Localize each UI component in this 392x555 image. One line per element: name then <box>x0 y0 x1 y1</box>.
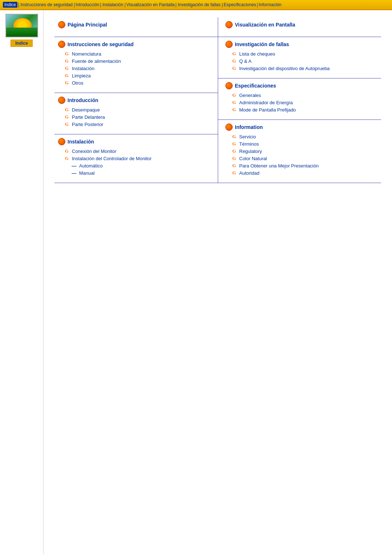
g-icon-conexion: G <box>64 148 70 154</box>
link-fuente[interactable]: Fuente de alimentación <box>72 58 121 64</box>
link-administrador-energia[interactable]: Administrador de Energía <box>239 100 293 105</box>
g-icon-autoprueba: G <box>231 65 237 71</box>
icon-information <box>225 123 233 131</box>
toc-section-introduccion: Introducción G Desempaque G Parte Delant… <box>54 93 218 134</box>
item-fuente: G Fuente de alimentación <box>64 58 211 64</box>
item-terminos: G Términos <box>231 141 377 147</box>
link-terminos[interactable]: Términos <box>239 141 259 147</box>
sidebar-label[interactable]: Indice <box>11 40 33 47</box>
link-nomenclatura[interactable]: Nomenclatura <box>72 51 101 57</box>
nav-item-investigacion[interactable]: | Investigación de fallas | <box>175 2 223 7</box>
g-icon-lista-chequeo: G <box>231 51 237 57</box>
g-icon-instalacion-seg: G <box>64 65 70 71</box>
main-content: Página Principal Instrucciones de seguri… <box>44 10 392 554</box>
link-information[interactable]: Information <box>235 124 263 130</box>
icon-instalacion <box>58 138 65 145</box>
link-instalacion[interactable]: Instalación <box>68 139 94 145</box>
toc-section-especificaciones: Especificaciones G Generales G Administr… <box>218 78 381 120</box>
nav-item-indice[interactable]: Indice <box>3 2 17 8</box>
link-desempaque[interactable]: Desempaque <box>72 107 100 113</box>
icon-visualizacion <box>225 21 233 28</box>
link-especificaciones[interactable]: Especificaciones <box>235 83 276 89</box>
toc-section-instalacion: Instalación G Conexión del Monitor G Ins… <box>54 134 218 183</box>
item-autoprueba: G Investigación del dispositivo de Autop… <box>231 65 377 71</box>
item-lista-chequeo: G Lista de chequeo <box>231 51 377 57</box>
link-automatico[interactable]: Automático <box>79 163 103 169</box>
link-visualizacion[interactable]: Visualización en Pantalla <box>235 22 295 28</box>
icon-investigacion <box>225 41 233 48</box>
g-icon-generales: G <box>231 92 237 98</box>
g-icon-parte-posterior: G <box>64 121 70 127</box>
nav-item-instalacion[interactable]: | Instalación | <box>100 2 126 7</box>
nav-item-instrucciones[interactable]: | Instrucciones de seguridad | <box>18 2 75 7</box>
link-color-natural[interactable]: Color Natural <box>239 156 267 161</box>
sidebar-image <box>5 14 38 37</box>
link-pagina-principal[interactable]: Página Principal <box>68 22 107 28</box>
g-icon-desempaque: G <box>64 107 70 113</box>
link-mode-pantalla[interactable]: Mode de Pantalla Prefijado <box>239 107 296 113</box>
dash-icon-manual: — <box>71 170 77 176</box>
item-manual: — Manual <box>71 170 211 176</box>
item-color-natural: G Color Natural <box>231 155 377 161</box>
toc-section-visualizacion: Visualización en Pantalla <box>218 17 381 37</box>
g-icon-mode-pantalla: G <box>231 107 237 113</box>
item-desempaque: G Desempaque <box>64 107 211 113</box>
nav-item-visualizacion[interactable]: Visualización en Pantalla <box>126 2 175 7</box>
icon-introduccion <box>58 97 65 104</box>
g-icon-color-natural: G <box>231 155 237 161</box>
toc-section-pagina-principal: Página Principal <box>54 17 218 37</box>
g-icon-servicio: G <box>231 134 237 139</box>
section-title-visualizacion: Visualización en Pantalla <box>225 21 377 28</box>
toc-section-information: Information G Servicio G Términos G Regu… <box>218 120 381 183</box>
link-instalacion-seg[interactable]: Instalación <box>72 66 94 71</box>
icon-especificaciones <box>225 82 233 89</box>
link-qanda[interactable]: Q & A <box>239 58 252 64</box>
link-mejor-presentacion[interactable]: Para Obtener una Mejor Presentación <box>239 163 319 169</box>
dash-icon-automatico: — <box>71 163 77 169</box>
g-icon-otros: G <box>64 80 70 86</box>
section-title-pagina-principal: Página Principal <box>58 21 211 28</box>
link-autoridad[interactable]: Autoridad <box>239 170 260 176</box>
item-administrador-energia: G Administrador de Energía <box>231 100 377 105</box>
g-icon-autoridad: G <box>231 170 237 176</box>
item-regulatory: G Regulatory <box>231 148 377 154</box>
link-parte-delantera[interactable]: Parte Delantera <box>72 114 105 120</box>
toc-grid: Página Principal Instrucciones de seguri… <box>54 17 381 183</box>
nav-bar: Indice | Instrucciones de seguridad | In… <box>0 0 392 10</box>
icon-pagina-principal <box>58 21 65 28</box>
link-otros[interactable]: Otros <box>72 80 83 86</box>
item-limpieza: G Limpieza <box>64 73 211 78</box>
link-limpieza[interactable]: Limpieza <box>72 73 91 78</box>
item-autoridad: G Autoridad <box>231 170 377 176</box>
section-title-instrucciones: Instrucciones de seguridad <box>58 41 211 48</box>
link-generales[interactable]: Generales <box>239 93 261 98</box>
link-servicio[interactable]: Servicio <box>239 134 256 139</box>
link-manual[interactable]: Manual <box>79 170 95 176</box>
link-investigacion[interactable]: Investigación de fallas <box>235 41 289 47</box>
g-icon-nomenclatura: G <box>64 51 70 57</box>
nav-item-introduccion[interactable]: Introducción <box>75 2 99 7</box>
link-conexion[interactable]: Conexión del Monitor <box>72 149 117 154</box>
link-instalacion-controlador[interactable]: Instalación del Controlador de Monitor <box>72 156 152 161</box>
g-icon-instalacion-controlador: G <box>64 155 70 161</box>
link-autoprueba[interactable]: Investigación del dispositivo de Autopru… <box>239 66 330 71</box>
layout: Indice Página Principal Instrucciones de <box>0 10 392 554</box>
nav-item-informacion[interactable]: Información <box>259 2 282 7</box>
nav-item-especificaciones[interactable]: Especificaciones <box>224 2 256 7</box>
item-automatico: — Automático <box>71 163 211 169</box>
nav-separator: | <box>257 2 258 7</box>
icon-instrucciones <box>58 41 65 48</box>
link-parte-posterior[interactable]: Parte Posterior <box>72 122 103 127</box>
section-title-information: Information <box>225 123 377 131</box>
item-conexion: G Conexión del Monitor <box>64 148 211 154</box>
item-parte-posterior: G Parte Posterior <box>64 121 211 127</box>
toc-section-instrucciones: Instrucciones de seguridad G Nomenclatur… <box>54 37 218 93</box>
item-mejor-presentacion: G Para Obtener una Mejor Presentación <box>231 163 377 169</box>
link-lista-chequeo[interactable]: Lista de chequeo <box>239 51 275 57</box>
g-icon-fuente: G <box>64 58 70 64</box>
item-otros: G Otros <box>64 80 211 86</box>
g-icon-limpieza: G <box>64 73 70 78</box>
link-regulatory[interactable]: Regulatory <box>239 149 262 154</box>
link-introduccion[interactable]: Introducción <box>68 97 98 103</box>
link-instrucciones[interactable]: Instrucciones de seguridad <box>68 41 134 47</box>
